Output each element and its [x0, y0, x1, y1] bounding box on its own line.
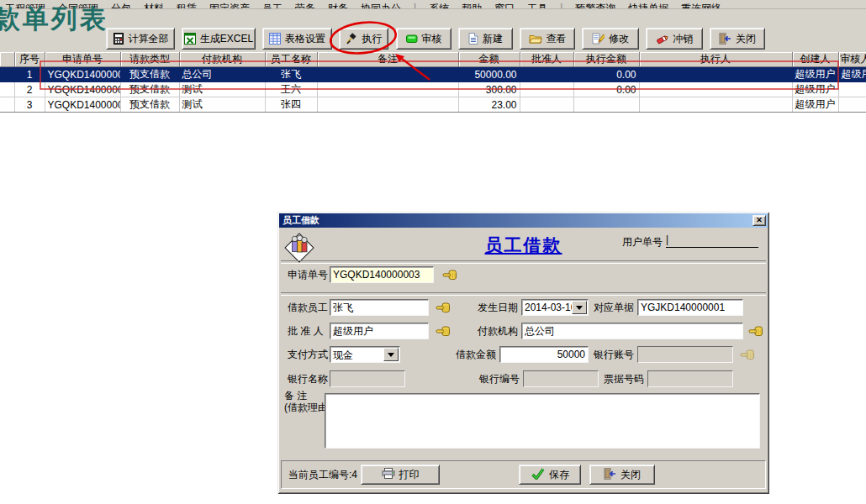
menu-item[interactable]: 预警查询	[575, 2, 615, 9]
table-cell[interactable]: YGQKD140000003	[45, 67, 120, 82]
table-cell[interactable]	[573, 97, 639, 113]
column-header[interactable]: 员工名称	[265, 52, 317, 67]
borrower-field[interactable]	[330, 299, 429, 316]
lookup-hand-icon[interactable]	[436, 325, 451, 337]
menu-item[interactable]: 系统	[429, 2, 449, 9]
menu-item[interactable]: 租赁	[177, 2, 197, 9]
table-cell[interactable]: 300.00	[458, 82, 520, 97]
dialog-titlebar[interactable]: 员工借款 ✕	[279, 213, 768, 228]
menu-item[interactable]: 协同办公	[361, 2, 401, 9]
column-header[interactable]: 创建人	[792, 52, 838, 67]
menu-item[interactable]: 固定资产	[209, 2, 250, 9]
lookup-hand-icon[interactable]	[442, 269, 457, 281]
table-cell[interactable]	[317, 67, 458, 82]
table-cell[interactable]: 超级用户	[792, 67, 838, 82]
table-row[interactable]: 1YGQKD140000003预支借款总公司张飞50000.000.00超级用户…	[0, 67, 866, 82]
date-combobox[interactable]: 2014-03-10	[521, 299, 589, 316]
column-header[interactable]: 金额	[458, 52, 520, 67]
audit-button[interactable]: 审核	[396, 28, 451, 50]
table-cell[interactable]: 1	[14, 67, 45, 82]
execute-button[interactable]: 执行	[339, 28, 388, 50]
table-cell[interactable]: 预支借款	[120, 67, 179, 82]
column-header[interactable]: 序号	[14, 52, 45, 67]
table-cell[interactable]	[639, 67, 792, 82]
column-header[interactable]: 付款机构	[179, 52, 265, 67]
menu-item[interactable]: 财务	[328, 2, 348, 9]
table-cell[interactable]	[520, 97, 573, 113]
menu-item[interactable]: 帮助	[462, 2, 482, 9]
column-header[interactable]: 备注	[317, 52, 458, 67]
table-cell[interactable]	[838, 82, 866, 97]
user-no-input[interactable]: |	[666, 234, 758, 248]
table-settings-button[interactable]: 表格设置	[262, 28, 332, 50]
table-cell[interactable]	[317, 82, 458, 97]
table-cell[interactable]: 23.00	[458, 97, 520, 113]
remark-textarea[interactable]	[325, 393, 760, 449]
menu-item[interactable]: 劳务	[295, 2, 315, 9]
dialog-close-button[interactable]: 关闭	[589, 465, 655, 485]
modify-button[interactable]: 修改	[582, 28, 639, 50]
column-header[interactable]: 批准人	[520, 52, 573, 67]
column-header[interactable]	[0, 52, 14, 67]
table-cell[interactable]: 王六	[265, 82, 317, 97]
menu-item[interactable]: 重连网络	[681, 2, 721, 9]
table-cell[interactable]: 0.00	[573, 67, 639, 82]
table-cell[interactable]: YGQKD140000002	[45, 82, 120, 97]
column-header[interactable]: 执行人	[639, 52, 792, 67]
table-cell[interactable]: 2	[14, 82, 45, 97]
pay-org-field[interactable]	[521, 323, 743, 339]
table-cell[interactable]: 总公司	[179, 67, 265, 82]
table-cell[interactable]: 超级用户	[792, 97, 838, 113]
table-row[interactable]: 3YGQKD140000001预支借款测试张四23.00超级用户	[0, 97, 866, 113]
view-button[interactable]: 查看	[520, 28, 575, 50]
dialog-close-icon[interactable]: ✕	[752, 215, 766, 226]
table-cell[interactable]: 测试	[179, 82, 265, 97]
calc-all-button[interactable]: 计算全部	[106, 28, 175, 50]
close-button[interactable]: 关闭	[710, 28, 765, 50]
table-cell[interactable]	[317, 97, 458, 113]
print-button[interactable]: 打印	[361, 465, 440, 485]
column-header[interactable]: 审核人	[838, 52, 866, 67]
table-cell[interactable]	[0, 82, 14, 97]
menu-item[interactable]: 工具	[527, 2, 547, 9]
pay-method-combobox[interactable]: 现金	[330, 346, 400, 363]
lookup-hand-icon[interactable]	[748, 325, 763, 337]
ref-doc-field[interactable]	[637, 299, 743, 316]
menu-item[interactable]: 材料	[144, 2, 164, 9]
approver-field[interactable]	[330, 323, 429, 339]
table-cell[interactable]	[520, 82, 573, 97]
table-cell[interactable]	[0, 97, 14, 113]
table-cell[interactable]: 0.00	[573, 82, 639, 97]
save-button[interactable]: 保存	[519, 465, 581, 485]
table-cell[interactable]: 预支借款	[120, 82, 179, 97]
loan-list-table[interactable]: 序号申请单号请款类型付款机构员工名称备注金额批准人执行金额执行人创建人审核人 1…	[0, 52, 866, 113]
chevron-down-icon[interactable]	[572, 301, 587, 314]
chevron-down-icon[interactable]	[383, 348, 399, 361]
menu-item[interactable]: 分包	[111, 2, 131, 9]
table-cell[interactable]	[0, 67, 14, 82]
table-cell[interactable]	[520, 67, 573, 82]
lookup-hand-icon[interactable]	[436, 302, 451, 313]
table-cell[interactable]: 张四	[265, 97, 317, 113]
new-button[interactable]: 新建	[458, 28, 513, 50]
menu-item[interactable]: 窗口	[494, 2, 515, 9]
apply-no-field[interactable]	[330, 266, 434, 283]
table-cell[interactable]	[639, 82, 792, 97]
table-cell[interactable]: 超级用户	[838, 67, 866, 82]
table-cell[interactable]: 3	[14, 97, 45, 113]
table-cell[interactable]: 50000.00	[458, 67, 520, 82]
table-cell[interactable]: 测试	[179, 97, 265, 113]
writeoff-button[interactable]: 冲销	[646, 28, 703, 50]
table-cell[interactable]: 超级用户	[792, 82, 838, 97]
menu-item[interactable]: 快捷单据	[628, 2, 668, 9]
table-cell[interactable]: YGQKD140000001	[45, 97, 120, 113]
table-cell[interactable]	[639, 97, 792, 113]
table-row[interactable]: 2YGQKD140000002预支借款测试王六300.000.00超级用户	[0, 82, 866, 97]
table-cell[interactable]: 预支借款	[120, 97, 179, 113]
column-header[interactable]: 请款类型	[120, 52, 179, 67]
amount-field[interactable]	[499, 346, 589, 363]
table-cell[interactable]	[838, 97, 866, 113]
table-cell[interactable]: 张飞	[265, 67, 317, 82]
column-header[interactable]: 申请单号	[45, 52, 120, 67]
export-excel-button[interactable]: 生成EXCEL	[182, 28, 256, 50]
